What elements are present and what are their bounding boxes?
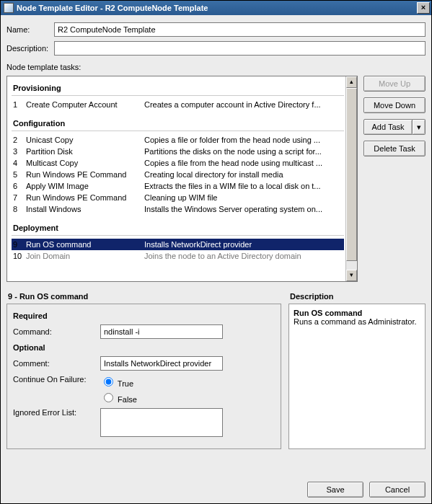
task-name: Unicast Copy [26,136,141,144]
task-number: 10 [13,252,23,260]
task-number: 5 [13,170,23,179]
task-desc: Copies a file or folder from the head no… [144,136,343,144]
scrollbar[interactable]: ▴ ▾ [345,76,357,281]
task-name: Join Domain [26,252,141,260]
required-heading: Required [13,311,275,320]
task-name: Create Computer Account [26,100,141,109]
tasks-list: Provisioning 1 Create Computer Account C… [6,76,358,282]
add-task-dropdown-button[interactable]: ▾ [413,119,426,135]
description-heading: Run OS command [294,309,420,317]
side-buttons: Move Up Move Down Add Task ▾ Delete Task [363,76,426,282]
name-label: Name: [6,25,50,34]
description-box: Run OS command Runs a command as Adminis… [288,304,426,449]
tasks-label: Node template tasks: [6,63,426,71]
task-desc: Copies a file from the head node using m… [144,159,343,167]
save-button[interactable]: Save [307,482,363,498]
task-name: Run Windows PE Command [26,170,141,179]
ignored-error-input[interactable] [100,408,223,437]
detail-group: Required Command: Optional Comment: Cont… [6,304,281,449]
task-number: 1 [13,100,23,109]
app-icon [4,3,14,13]
task-number: 9 [13,240,23,249]
detail-panel-title: 9 - Run OS command [8,292,281,301]
scroll-thumb[interactable] [346,88,357,261]
cof-false-radio[interactable] [104,393,113,402]
task-name: Apply WIM Image [26,182,141,190]
command-input[interactable] [100,324,223,339]
task-row[interactable]: 3 Partition Disk Partitions the disks on… [12,146,344,157]
move-up-button[interactable]: Move Up [363,76,426,92]
window: Node Template Editor - R2 ComputeNode Te… [0,0,432,504]
task-desc: Installs NetworkDirect provider [144,240,343,249]
task-row[interactable]: 7 Run Windows PE Command Cleaning up WIM… [12,192,344,203]
task-name: Multicast Copy [26,159,141,167]
cancel-button[interactable]: Cancel [369,482,426,498]
task-name: Partition Disk [26,147,141,156]
description-input[interactable] [54,41,426,56]
description-label: Description: [6,44,50,53]
task-name: Run OS command [26,240,141,249]
cof-true-radio[interactable] [104,377,113,386]
task-desc: Installs the Windows Server operating sy… [144,205,343,213]
footer: Save Cancel [1,477,431,503]
cof-false-label: False [118,395,137,404]
scroll-down-icon[interactable]: ▾ [346,270,357,281]
optional-heading: Optional [13,343,275,352]
cof-false-option[interactable]: False [100,391,137,404]
cof-true-option[interactable]: True [100,375,137,388]
add-task-button[interactable]: Add Task [363,119,413,135]
task-name: Install Windows [26,205,141,213]
task-row[interactable]: 6 Apply WIM Image Extracts the files in … [12,180,344,192]
scroll-up-icon[interactable]: ▴ [346,76,357,88]
task-desc: Cleaning up WIM file [144,193,343,202]
description-title: Description [290,292,426,301]
section-configuration: Configuration [12,115,344,131]
task-desc: Creates a computer account in Active Dir… [144,100,343,109]
task-desc: Creating local directory for install med… [144,170,343,179]
scroll-track[interactable] [346,88,357,270]
task-row[interactable]: 8 Install Windows Installs the Windows S… [12,203,344,215]
comment-input[interactable] [100,356,223,371]
content-area: Name: Description: Node template tasks: … [1,15,431,477]
chevron-down-icon: ▾ [417,123,421,131]
task-name: Run Windows PE Command [26,193,141,202]
task-row[interactable]: 4 Multicast Copy Copies a file from the … [12,157,344,169]
comment-label: Comment: [13,359,96,368]
continue-on-failure-label: Continue On Failure: [13,375,96,384]
move-down-button[interactable]: Move Down [363,97,426,113]
section-deployment: Deployment [12,219,344,236]
task-row[interactable]: 5 Run Windows PE Command Creating local … [12,169,344,180]
task-row[interactable]: 1 Create Computer Account Creates a comp… [12,99,344,110]
cof-true-label: True [118,379,133,388]
task-number: 7 [13,193,23,202]
task-number: 2 [13,136,23,144]
task-row-selected[interactable]: 9 Run OS command Installs NetworkDirect … [12,239,344,250]
description-text: Runs a command as Administrator. [294,317,420,326]
ignored-error-label: Ignored Error List: [13,408,96,417]
name-input[interactable] [54,22,426,37]
command-label: Command: [13,327,96,336]
task-desc: Extracts the files in a WIM file to a lo… [144,182,343,190]
task-number: 3 [13,147,23,156]
close-icon[interactable]: × [417,2,430,14]
task-number: 6 [13,182,23,190]
task-number: 4 [13,159,23,167]
task-desc: Partitions the disks on the node using a… [144,147,343,156]
titlebar: Node Template Editor - R2 ComputeNode Te… [1,1,431,15]
window-title: Node Template Editor - R2 ComputeNode Te… [17,4,417,12]
section-provisioning: Provisioning [12,79,344,96]
delete-task-button[interactable]: Delete Task [363,141,426,156]
task-row[interactable]: 10 Join Domain Joins the node to an Acti… [12,250,344,262]
task-row[interactable]: 2 Unicast Copy Copies a file or folder f… [12,134,344,146]
task-desc: Joins the node to an Active Directory do… [144,252,343,260]
task-number: 8 [13,205,23,213]
